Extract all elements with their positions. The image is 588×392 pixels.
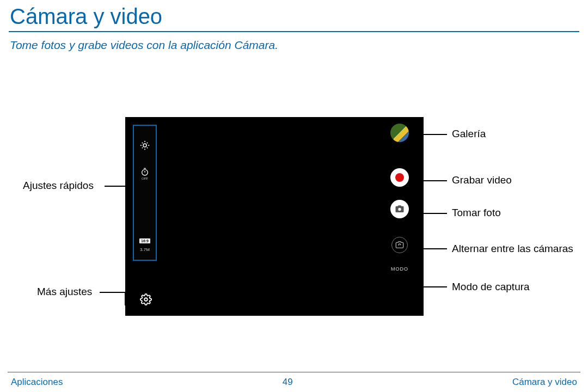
footer-page-number: 49 bbox=[283, 377, 293, 388]
right-controls: MODO bbox=[388, 124, 412, 309]
callout-record: Grabar video bbox=[452, 174, 512, 186]
callout-line bbox=[422, 213, 447, 214]
callout-line bbox=[105, 186, 132, 187]
callout-line bbox=[125, 304, 138, 305]
callout-line bbox=[100, 292, 125, 293]
timer-icon: OFF bbox=[138, 167, 151, 180]
page-title: Cámara y video bbox=[0, 0, 588, 31]
footer-rule bbox=[8, 372, 580, 372]
callout-line bbox=[422, 134, 447, 135]
callout-line bbox=[422, 180, 447, 181]
callout-line bbox=[422, 286, 447, 287]
switch-camera-icon bbox=[395, 241, 404, 249]
camera-diagram: OFF 16:9 3.7M bbox=[0, 117, 588, 335]
callout-shutter: Tomar foto bbox=[452, 207, 501, 219]
footer-topic: Cámara y video bbox=[512, 377, 577, 388]
title-rule bbox=[9, 31, 579, 32]
aspect-ratio-badge: 16:9 bbox=[139, 238, 150, 243]
svg-point-13 bbox=[398, 208, 401, 211]
quick-settings-panel[interactable]: OFF 16:9 3.7M bbox=[133, 125, 157, 261]
callout-switch: Alternar entre las cámaras bbox=[452, 242, 573, 256]
mode-button[interactable]: MODO bbox=[388, 266, 412, 272]
callout-quick-settings: Ajustes rápidos bbox=[23, 180, 94, 192]
callout-line bbox=[422, 248, 447, 249]
svg-line-8 bbox=[147, 143, 148, 144]
page-footer: Aplicaciones 49 Cámara y video bbox=[0, 377, 588, 388]
camera-app-screenshot: OFF 16:9 3.7M bbox=[125, 117, 424, 316]
svg-point-0 bbox=[143, 144, 146, 147]
svg-point-9 bbox=[142, 169, 148, 175]
svg-line-5 bbox=[142, 143, 143, 144]
gallery-button[interactable] bbox=[390, 124, 409, 142]
callout-line bbox=[422, 286, 424, 296]
footer-section: Aplicaciones bbox=[11, 377, 63, 388]
take-photo-button[interactable] bbox=[390, 200, 409, 218]
callout-more-settings: Más ajustes bbox=[37, 286, 92, 298]
svg-line-7 bbox=[142, 148, 143, 149]
switch-camera-button[interactable] bbox=[391, 237, 408, 253]
svg-line-6 bbox=[147, 148, 148, 149]
page-subtitle: Tome fotos y grabe videos con la aplicac… bbox=[0, 36, 588, 52]
record-video-button[interactable] bbox=[390, 168, 409, 187]
more-settings-button[interactable] bbox=[139, 293, 152, 306]
gear-icon bbox=[140, 293, 152, 305]
callout-line bbox=[125, 292, 126, 304]
callout-gallery: Galería bbox=[452, 128, 486, 140]
megapixels-label: 3.7M bbox=[140, 247, 150, 252]
camera-icon bbox=[395, 204, 405, 214]
callout-line bbox=[417, 296, 422, 297]
record-icon bbox=[395, 173, 404, 182]
timer-off-label: OFF bbox=[142, 177, 148, 180]
callout-mode: Modo de captura bbox=[452, 280, 530, 294]
svg-point-12 bbox=[144, 298, 148, 301]
brightness-icon bbox=[138, 139, 151, 152]
